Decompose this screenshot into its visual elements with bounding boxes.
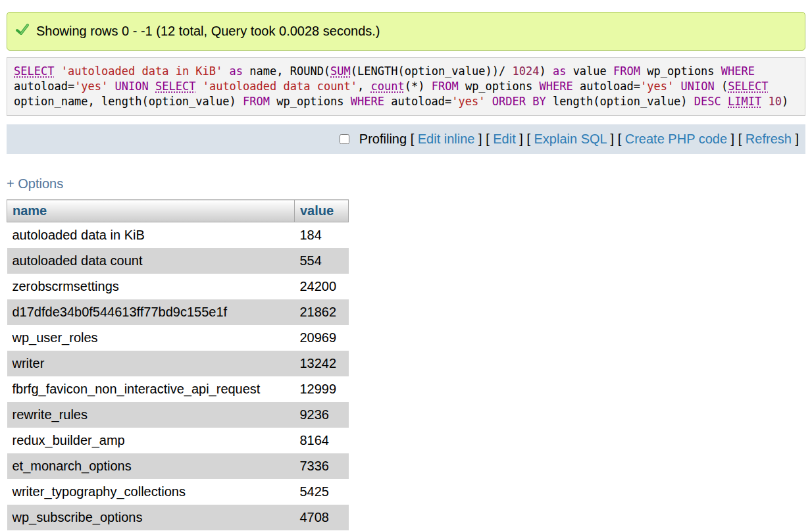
sql-doc-link[interactable]: count <box>371 80 405 93</box>
edit-inline-link[interactable]: Edit inline <box>418 132 475 146</box>
results-table: name value autoloaded data in KiB184auto… <box>7 199 349 530</box>
cell-name: redux_builder_amp <box>7 428 295 453</box>
toolbar-links: [ Edit inline ] [ Edit ] [ Explain SQL ]… <box>407 132 799 146</box>
options-toggle[interactable]: + Options <box>7 176 63 191</box>
sql-token <box>761 95 768 108</box>
sql-token: FROM <box>432 80 459 93</box>
explain-sql-link[interactable]: Explain SQL <box>534 132 607 146</box>
table-row: wp_subscribe_options4708 <box>7 505 349 530</box>
cell-value: 9236 <box>295 402 349 428</box>
sql-token <box>721 95 728 108</box>
sql-token: option_name, length(option_value) <box>14 95 243 108</box>
cell-value: 13242 <box>295 351 349 376</box>
sql-token: ) <box>782 95 788 108</box>
results-tbody: autoloaded data in KiB184autoloaded data… <box>7 222 349 531</box>
sql-token: WHERE <box>539 80 572 93</box>
sql-token: value <box>566 64 613 78</box>
sql-query-box: SELECT 'autoloaded data in KiB' as name,… <box>7 57 805 116</box>
sql-token: as <box>553 64 566 78</box>
refresh-link[interactable]: Refresh <box>746 132 792 146</box>
sql-doc-link[interactable]: SELECT <box>155 80 195 93</box>
sql-token: ( <box>715 80 728 93</box>
sql-token: (LENGTH(option_value))/ <box>351 64 513 78</box>
cell-name: zerobscrmsettings <box>7 274 295 299</box>
cell-name: writer <box>7 351 295 376</box>
sql-token <box>108 80 114 93</box>
sql-token: ) <box>539 64 552 78</box>
sql-token <box>486 95 492 108</box>
cell-name: et_monarch_options <box>7 453 295 479</box>
sql-token: wp_options <box>640 64 721 78</box>
sql-token: ORDER BY <box>492 95 546 108</box>
profiling-checkbox[interactable] <box>340 134 349 144</box>
cell-value: 5425 <box>295 479 349 505</box>
query-status-message: Showing rows 0 - -1 (12 total, Query too… <box>7 12 805 51</box>
cell-name: wp_user_roles <box>7 325 295 351</box>
sql-token: 'autoloaded data in KiB' <box>61 64 223 78</box>
sort-by-name-link[interactable]: name <box>13 203 47 218</box>
cell-name: writer_typography_collections <box>7 479 295 505</box>
cell-value: 20969 <box>295 325 349 351</box>
status-text: Showing rows 0 - -1 (12 total, Query too… <box>36 24 380 39</box>
sql-token: 'yes' <box>74 80 108 93</box>
success-check-icon <box>15 22 30 40</box>
cell-value: 21862 <box>295 299 349 325</box>
sql-token: FROM <box>243 95 270 108</box>
sort-by-value-link[interactable]: value <box>300 203 334 218</box>
sql-token: 'yes' <box>640 80 674 93</box>
table-row: autoloaded data count554 <box>7 248 349 274</box>
sql-token: 10 <box>768 95 781 108</box>
sql-token <box>149 80 155 93</box>
sql-doc-link[interactable]: SELECT <box>14 64 54 78</box>
column-header-name: name <box>7 200 295 222</box>
cell-name: rewrite_rules <box>7 402 295 428</box>
sql-doc-link[interactable]: LIMIT <box>728 95 761 108</box>
sql-doc-link[interactable]: SELECT <box>728 80 768 93</box>
table-row: rewrite_rules9236 <box>7 402 349 428</box>
sql-token: as <box>230 64 243 78</box>
column-header-value: value <box>295 200 349 222</box>
sql-token: UNION <box>115 80 149 93</box>
cell-name: autoloaded data in KiB <box>7 222 295 249</box>
sql-token <box>54 64 61 78</box>
sql-token: (*) <box>405 80 432 93</box>
table-row: redux_builder_amp8164 <box>7 428 349 453</box>
sql-token: FROM <box>613 64 640 78</box>
sql-doc-link[interactable]: SUM <box>330 64 351 78</box>
cell-value: 4708 <box>295 505 349 530</box>
cell-name: d17dfde34b0f544613ff77bd9c155e1f <box>7 299 295 325</box>
create-php-code-link[interactable]: Create PHP code <box>625 132 727 146</box>
query-toolbar: Profiling [ Edit inline ] [ Edit ] [ Exp… <box>7 124 805 154</box>
sql-token: WHERE <box>721 64 755 78</box>
sql-query-text: SELECT 'autoloaded data in KiB' as name,… <box>14 64 788 108</box>
cell-name: wp_subscribe_options <box>7 505 295 530</box>
profiling-label: Profiling <box>359 132 407 146</box>
table-header-row: name value <box>7 200 349 222</box>
sql-token: wp_options <box>459 80 540 93</box>
edit-link[interactable]: Edit <box>493 132 515 146</box>
sql-token <box>674 80 680 93</box>
sql-token: , <box>357 80 370 93</box>
sql-token: WHERE <box>351 95 384 108</box>
cell-value: 8164 <box>295 428 349 453</box>
table-row: autoloaded data in KiB184 <box>7 222 349 249</box>
sql-token: wp_options <box>270 95 351 108</box>
table-row: et_monarch_options7336 <box>7 453 349 479</box>
sql-token: 1024 <box>512 64 539 78</box>
phpmyadmin-query-results-page: { "message": { "text": "Showing rows 0 -… <box>0 0 812 531</box>
cell-value: 12999 <box>295 376 349 402</box>
sql-token: 'autoloaded data count' <box>203 80 357 93</box>
table-row: d17dfde34b0f544613ff77bd9c155e1f21862 <box>7 299 349 325</box>
sql-token: length(option_value) <box>546 95 694 108</box>
table-row: fbrfg_favicon_non_interactive_api_reques… <box>7 376 349 402</box>
table-row: zerobscrmsettings24200 <box>7 274 349 299</box>
cell-name: autoloaded data count <box>7 248 295 274</box>
cell-name: fbrfg_favicon_non_interactive_api_reques… <box>7 376 295 402</box>
cell-value: 24200 <box>295 274 349 299</box>
sql-token: name, ROUND( <box>243 64 330 78</box>
sql-token: autoload= <box>14 80 74 93</box>
table-row: writer_typography_collections5425 <box>7 479 349 505</box>
cell-value: 7336 <box>295 453 349 479</box>
sql-token <box>222 64 229 78</box>
sql-token: 'yes' <box>451 95 485 108</box>
